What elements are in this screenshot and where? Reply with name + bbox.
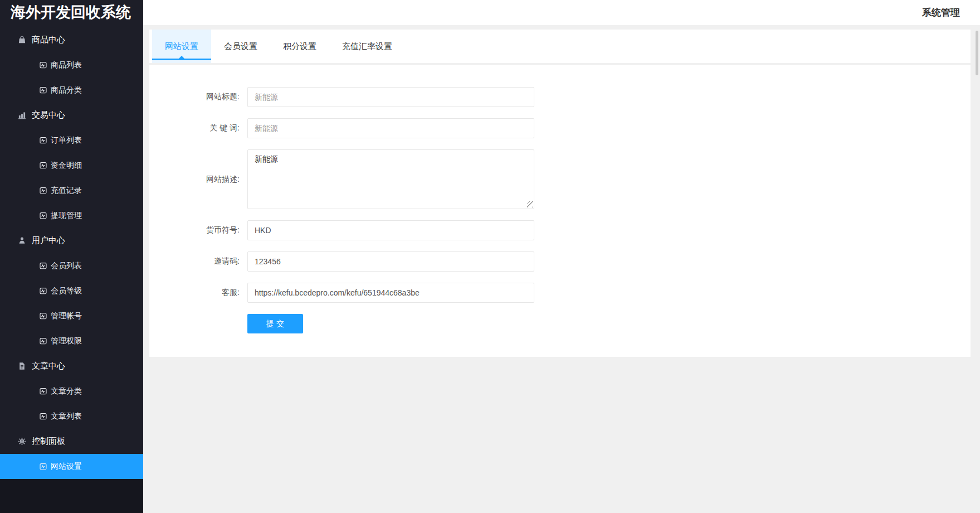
site-description-textarea[interactable] — [247, 149, 534, 209]
badge-icon — [40, 312, 47, 320]
badge-icon — [40, 262, 47, 269]
sidebar-footer-area — [0, 479, 143, 513]
sidebar-item-label: 提现管理 — [51, 211, 82, 221]
badge-icon — [40, 61, 47, 69]
sidebar-item-product-category[interactable]: 商品分类 — [0, 78, 143, 103]
settings-form: 网站标题:关 键 词:网站描述:货币符号:邀请码:客服: — [149, 87, 971, 303]
sidebar-item-label: 订单列表 — [51, 135, 82, 146]
customer-service-input[interactable] — [247, 283, 534, 303]
sidebar-item-member-level[interactable]: 会员等级 — [0, 278, 143, 303]
currency-symbol-label: 货币符号: — [149, 225, 247, 235]
sidebar-item-product-list[interactable]: 商品列表 — [0, 52, 143, 78]
site-title-label: 网站标题: — [149, 92, 247, 102]
site-description-row: 网站描述: — [149, 149, 971, 209]
keywords-row: 关 键 词: — [149, 118, 971, 138]
sidebar-item-label: 商品列表 — [51, 60, 82, 70]
settings-form-card: 网站标题:关 键 词:网站描述:货币符号:邀请码:客服: 提 交 — [149, 65, 971, 357]
shopping-bag-icon — [18, 36, 26, 44]
bar-chart-icon — [18, 111, 26, 119]
sidebar-group-article-center[interactable]: 文章中心 — [0, 354, 143, 379]
sidebar-group-trade-center[interactable]: 交易中心 — [0, 103, 143, 128]
sidebar-item-label: 充值记录 — [51, 186, 82, 196]
sidebar-item-label: 文章列表 — [51, 412, 82, 422]
sidebar-item-order-list[interactable]: 订单列表 — [0, 128, 143, 153]
invite-code-row: 邀请码: — [149, 251, 971, 272]
system-management-link[interactable]: 系统管理 — [922, 0, 960, 25]
sidebar-menu: 商品中心商品列表商品分类交易中心订单列表资金明细充值记录提现管理用户中心会员列表… — [0, 27, 143, 479]
sidebar-item-site-settings[interactable]: 网站设置 — [0, 454, 143, 479]
sidebar-item-label: 会员列表 — [51, 261, 82, 271]
sidebar-group-product-center[interactable]: 商品中心 — [0, 27, 143, 52]
tab-site-settings[interactable]: 网站设置 — [152, 30, 211, 63]
badge-icon — [40, 337, 47, 345]
currency-symbol-row: 货币符号: — [149, 220, 971, 240]
sidebar-item-label: 管理权限 — [51, 336, 82, 346]
sidebar-item-fund-details[interactable]: 资金明细 — [0, 153, 143, 178]
badge-icon — [40, 388, 47, 395]
sidebar-item-label: 网站设置 — [51, 462, 82, 472]
site-title-input[interactable] — [247, 87, 534, 107]
badge-icon — [40, 86, 47, 94]
sidebar-item-article-list[interactable]: 文章列表 — [0, 404, 143, 429]
sidebar-group-user-center[interactable]: 用户中心 — [0, 228, 143, 253]
badge-icon — [40, 463, 47, 470]
badge-icon — [40, 187, 47, 194]
sidebar-item-label: 管理帐号 — [51, 311, 82, 321]
badge-icon — [40, 162, 47, 169]
badge-icon — [40, 413, 47, 420]
gear-icon — [18, 437, 26, 446]
sidebar-group-label: 控制面板 — [32, 436, 65, 447]
sidebar-item-admin-permissions[interactable]: 管理权限 — [0, 328, 143, 354]
submit-button[interactable]: 提 交 — [247, 314, 303, 333]
sidebar-item-withdrawal-management[interactable]: 提现管理 — [0, 203, 143, 228]
tab-points-settings[interactable]: 积分设置 — [270, 30, 329, 63]
keywords-label: 关 键 词: — [149, 123, 247, 133]
sidebar-item-member-list[interactable]: 会员列表 — [0, 253, 143, 278]
customer-service-label: 客服: — [149, 288, 247, 298]
sidebar-item-label: 商品分类 — [51, 85, 82, 95]
sidebar-group-label: 交易中心 — [32, 110, 65, 120]
site-description-field — [247, 149, 534, 209]
sidebar-item-label: 资金明细 — [51, 161, 82, 171]
user-icon — [18, 236, 26, 245]
invite-code-input[interactable] — [247, 251, 534, 272]
submit-row: 提 交 — [149, 314, 971, 333]
badge-icon — [40, 287, 47, 294]
app-root: 海外开发回收系统 商品中心商品列表商品分类交易中心订单列表资金明细充值记录提现管… — [0, 0, 980, 513]
settings-tab-bar: 网站设置会员设置积分设置充值汇率设置 — [149, 30, 971, 63]
site-title-row: 网站标题: — [149, 87, 971, 107]
badge-icon — [40, 212, 47, 219]
site-description-label: 网站描述: — [149, 175, 247, 185]
sidebar-group-label: 文章中心 — [32, 361, 65, 371]
sidebar-group-label: 商品中心 — [32, 35, 65, 45]
sidebar-group-label: 用户中心 — [32, 235, 65, 246]
sidebar-item-label: 会员等级 — [51, 286, 82, 296]
sidebar-item-label: 文章分类 — [51, 386, 82, 396]
sidebar-group-control-panel[interactable]: 控制面板 — [0, 429, 143, 454]
top-header: 系统管理 — [143, 0, 980, 25]
customer-service-row: 客服: — [149, 283, 971, 303]
textarea-resize-handle[interactable] — [527, 201, 533, 207]
document-icon — [18, 362, 26, 370]
sidebar-item-article-category[interactable]: 文章分类 — [0, 379, 143, 404]
currency-symbol-input[interactable] — [247, 220, 534, 240]
tab-recharge-rate-settings[interactable]: 充值汇率设置 — [329, 30, 405, 63]
badge-icon — [40, 137, 47, 144]
sidebar: 海外开发回收系统 商品中心商品列表商品分类交易中心订单列表资金明细充值记录提现管… — [0, 0, 143, 513]
tab-member-settings[interactable]: 会员设置 — [211, 30, 270, 63]
scrollbar-thumb[interactable] — [976, 31, 978, 75]
sidebar-item-admin-accounts[interactable]: 管理帐号 — [0, 303, 143, 328]
invite-code-label: 邀请码: — [149, 256, 247, 267]
sidebar-item-recharge-records[interactable]: 充值记录 — [0, 178, 143, 203]
app-title: 海外开发回收系统 — [0, 0, 143, 26]
keywords-input[interactable] — [247, 118, 534, 138]
